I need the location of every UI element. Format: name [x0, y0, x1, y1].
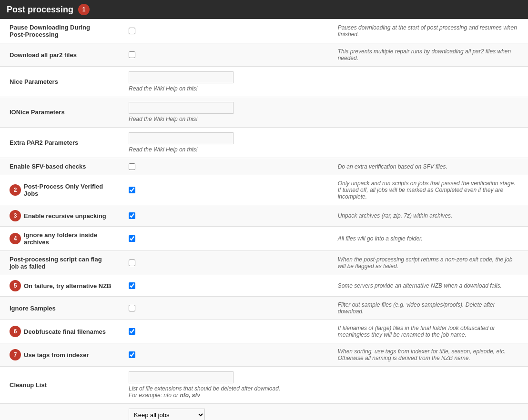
input-cell-nice-parameters: Read the Wiki Help on this! — [119, 67, 328, 97]
settings-row-deobfuscate: 6Deobfuscate final filenamesIf filenames… — [0, 320, 528, 343]
settings-row-use-tags: 7Use tags from indexerWhen sorting, use … — [0, 343, 528, 367]
checkbox-post-process-verified[interactable] — [129, 187, 135, 193]
label-text-ignore-samples: Ignore Samples — [10, 305, 56, 312]
settings-row-nice-parameters: Nice ParametersRead the Wiki Help on thi… — [0, 67, 528, 97]
label-cell-cleanup-list: Cleanup List — [0, 367, 119, 404]
desc-cell-deobfuscate: If filenames of (large) files in the fin… — [328, 320, 528, 343]
checkbox-use-tags[interactable] — [129, 351, 135, 358]
settings-row-pause-downloading: Pause Downloading DuringPost-ProcessingP… — [0, 19, 528, 43]
checkbox-ignore-samples[interactable] — [129, 305, 135, 311]
label-cell-recursive-unpacking: 3Enable recursive unpacking — [0, 205, 119, 227]
settings-row-ignore-folders: 4Ignore any folders insidearchivesAll fi… — [0, 227, 528, 251]
label-text-download-par2: Download all par2 files — [10, 51, 77, 59]
checkbox-pause-downloading[interactable] — [129, 28, 135, 34]
input-cell-ignore-samples — [119, 297, 328, 320]
desc-cell-download-par2: This prevents multiple repair runs by do… — [328, 43, 528, 67]
desc-cell-post-process-verified: Only unpack and run scripts on jobs that… — [328, 175, 528, 205]
desc-cell-script-flag-failed: When the post-processing script returns … — [328, 251, 528, 275]
text-input-ionice-parameters[interactable] — [129, 102, 234, 114]
settings-row-ignore-samples: Ignore SamplesFilter out sample files (e… — [0, 297, 528, 320]
label-cell-extra-par2: Extra PAR2 Parameters — [0, 128, 119, 158]
input-cell-download-par2 — [119, 43, 328, 67]
header-title: Post processing — [7, 5, 73, 15]
label-cell-sfv-checks: Enable SFV-based checks — [0, 158, 119, 175]
page-header: Post processing 1 — [0, 0, 528, 19]
input-cell-history-retention: Keep all jobs1 day7 days30 daysCustomAut… — [119, 404, 328, 420]
badge-ignore-folders: 4 — [10, 233, 21, 244]
settings-row-history-retention: History RetentionKeep all jobs1 day7 day… — [0, 404, 528, 420]
label-cell-ignore-folders: 4Ignore any folders insidearchives — [0, 227, 119, 251]
checkbox-deobfuscate[interactable] — [129, 328, 135, 335]
desc-cell-sfv-checks: Do an extra verification based on SFV fi… — [328, 158, 528, 175]
settings-row-download-par2: Download all par2 filesThis prevents mul… — [0, 43, 528, 67]
input-cell-ionice-parameters: Read the Wiki Help on this! — [119, 97, 328, 128]
label-cell-post-process-verified: 2Post-Process Only Verified Jobs — [0, 175, 119, 205]
input-cell-deobfuscate — [119, 320, 328, 343]
label-text-nice-parameters: Nice Parameters — [10, 78, 58, 85]
checkbox-script-flag-failed[interactable] — [129, 260, 135, 266]
settings-row-ionice-parameters: IONice ParametersRead the Wiki Help on t… — [0, 97, 528, 128]
wiki-link-extra-par2: Read the Wiki Help on this! — [129, 146, 319, 153]
input-cell-cleanup-list: List of file extensions that should be d… — [119, 367, 328, 404]
input-cell-pause-downloading — [119, 19, 328, 43]
badge-alternative-nzb: 5 — [10, 280, 21, 291]
badge-post-process-verified: 2 — [10, 184, 21, 196]
label-cell-use-tags: 7Use tags from indexer — [0, 343, 119, 367]
settings-table: Pause Downloading DuringPost-ProcessingP… — [0, 19, 528, 420]
badge-use-tags: 7 — [10, 349, 21, 360]
label-text-alternative-nzb: On failure, try alternative NZB — [24, 282, 112, 290]
input-cell-post-process-verified — [119, 175, 328, 205]
select-history-retention[interactable]: Keep all jobs1 day7 days30 daysCustom — [129, 409, 205, 420]
input-cell-use-tags — [119, 343, 328, 367]
checkbox-sfv-checks[interactable] — [129, 163, 135, 170]
checkbox-ignore-folders[interactable] — [129, 235, 135, 242]
label-text-deobfuscate: Deobfuscate final filenames — [24, 328, 106, 335]
input-cell-ignore-folders — [119, 227, 328, 251]
settings-row-alternative-nzb: 5On failure, try alternative NZBSome ser… — [0, 275, 528, 297]
settings-row-script-flag-failed: Post-processing script can flagjob as fa… — [0, 251, 528, 275]
wiki-link-ionice-parameters: Read the Wiki Help on this! — [129, 116, 319, 122]
label-text-ignore-folders: Ignore any folders insidearchives — [24, 231, 97, 246]
label-text-ionice-parameters: IONice Parameters — [10, 109, 65, 116]
label-cell-deobfuscate: 6Deobfuscate final filenames — [0, 320, 119, 343]
desc-cell-recursive-unpacking: Unpack archives (rar, zip, 7z) within ar… — [328, 205, 528, 227]
note-cleanup-list: List of file extensions that should be d… — [129, 385, 319, 399]
input-cell-recursive-unpacking — [119, 205, 328, 227]
label-cell-ionice-parameters: IONice Parameters — [0, 97, 119, 128]
checkbox-download-par2[interactable] — [129, 51, 135, 58]
label-text-post-process-verified: Post-Process Only Verified Jobs — [24, 183, 114, 197]
label-text-use-tags: Use tags from indexer — [24, 351, 89, 359]
badge-recursive-unpacking: 3 — [10, 210, 21, 221]
label-text-pause-downloading: Pause Downloading DuringPost-Processing — [10, 24, 90, 38]
header-badge: 1 — [78, 4, 90, 15]
input-cell-extra-par2: Read the Wiki Help on this! — [119, 128, 328, 158]
desc-cell-alternative-nzb: Some servers provide an alternative NZB … — [328, 275, 528, 297]
desc-cell-ignore-samples: Filter out sample files (e.g. video samp… — [328, 297, 528, 320]
label-text-recursive-unpacking: Enable recursive unpacking — [24, 212, 106, 220]
settings-row-post-process-verified: 2Post-Process Only Verified JobsOnly unp… — [0, 175, 528, 205]
label-cell-script-flag-failed: Post-processing script can flagjob as fa… — [0, 251, 119, 275]
label-cell-history-retention: History Retention — [0, 404, 119, 420]
input-cell-sfv-checks — [119, 158, 328, 175]
label-cell-alternative-nzb: 5On failure, try alternative NZB — [0, 275, 119, 297]
desc-cell-pause-downloading: Pauses downloading at the start of post … — [328, 19, 528, 43]
label-text-cleanup-list: Cleanup List — [10, 381, 47, 389]
label-text-extra-par2: Extra PAR2 Parameters — [10, 139, 78, 146]
text-input-nice-parameters[interactable] — [129, 71, 234, 83]
text-input-extra-par2[interactable] — [129, 132, 234, 144]
desc-cell-use-tags: When sorting, use tags from indexer for … — [328, 343, 528, 367]
text-input-cleanup-list[interactable] — [129, 371, 234, 383]
settings-row-cleanup-list: Cleanup ListList of file extensions that… — [0, 367, 528, 404]
label-cell-ignore-samples: Ignore Samples — [0, 297, 119, 320]
label-cell-download-par2: Download all par2 files — [0, 43, 119, 67]
badge-deobfuscate: 6 — [10, 326, 21, 337]
settings-row-sfv-checks: Enable SFV-based checksDo an extra verif… — [0, 158, 528, 175]
checkbox-alternative-nzb[interactable] — [129, 282, 135, 289]
settings-row-extra-par2: Extra PAR2 ParametersRead the Wiki Help … — [0, 128, 528, 158]
input-cell-script-flag-failed — [119, 251, 328, 275]
label-cell-nice-parameters: Nice Parameters — [0, 67, 119, 97]
label-text-script-flag-failed: Post-processing script can flagjob as fa… — [10, 256, 102, 270]
wiki-link-nice-parameters: Read the Wiki Help on this! — [129, 85, 319, 92]
checkbox-recursive-unpacking[interactable] — [129, 212, 135, 219]
label-cell-pause-downloading: Pause Downloading DuringPost-Processing — [0, 19, 119, 43]
